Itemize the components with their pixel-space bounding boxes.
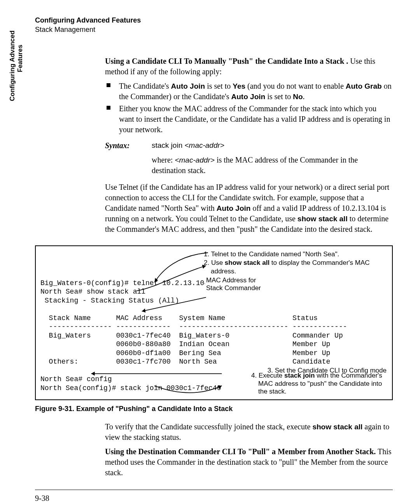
bullet-item-1: The Candidate's Auto Join is set to Yes … [105, 81, 393, 102]
page-number: 9-38 [35, 493, 393, 504]
square-bullet-icon [107, 83, 110, 87]
paragraph-telnet: Use Telnet (if the Candidate has an IP a… [105, 182, 393, 234]
running-head: Configuring Advanced Features Stack Mana… [35, 16, 393, 35]
running-head-subtitle: Stack Management [35, 25, 393, 34]
syntax-row: Syntax: stack join <mac-addr> [105, 140, 393, 151]
figure-ann-2: 2. Use show stack all to display the Com… [204, 259, 386, 276]
figure-box: 1. Telnet to the Candidate named "North … [35, 245, 393, 401]
side-tab-label: Configuring Advanced Features [9, 30, 24, 101]
figure-mac-label: MAC Address for Stack Commander [205, 276, 262, 292]
figure-caption: Figure 9-31. Example of "Pushing" a Cand… [35, 404, 393, 413]
bullet-2-text: Either you know the MAC address of the C… [119, 104, 390, 134]
figure-ann-4: 4. Execute stack join with the Commander… [251, 372, 387, 396]
figure-ann-1: 1. Telnet to the Candidate named "North … [204, 250, 386, 259]
bullet-list: The Candidate's Auto Join is set to Yes … [105, 81, 393, 135]
figure-annotation-top: 1. Telnet to the Candidate named "North … [204, 250, 386, 276]
section-lead-1-bold: Using a Candidate CLI To Manually "Push"… [105, 57, 348, 65]
section-lead-1: Using a Candidate CLI To Manually "Push"… [105, 56, 393, 77]
section-lead-2-bold: Using the Destination Commander CLI To "… [105, 447, 376, 456]
syntax-description: where: <mac-addr> is the MAC address of … [152, 155, 393, 176]
square-bullet-icon [107, 106, 110, 110]
syntax-label: Syntax: [105, 140, 152, 151]
bullet-item-2: Either you know the MAC address of the C… [105, 103, 393, 135]
paragraph-verify: To verify that the Candidate successfull… [105, 422, 393, 443]
body-column: Using a Candidate CLI To Manually "Push"… [105, 56, 393, 504]
footer-rule [35, 490, 393, 490]
syntax-command: stack join <mac-addr> [152, 140, 224, 151]
page: Configuring Advanced Features Configurin… [0, 0, 420, 504]
running-head-title: Configuring Advanced Features [35, 16, 393, 25]
section-lead-2: Using the Destination Commander CLI To "… [105, 446, 393, 478]
bullet-1-text: The Candidate's Auto Join is set to Yes … [119, 82, 392, 101]
